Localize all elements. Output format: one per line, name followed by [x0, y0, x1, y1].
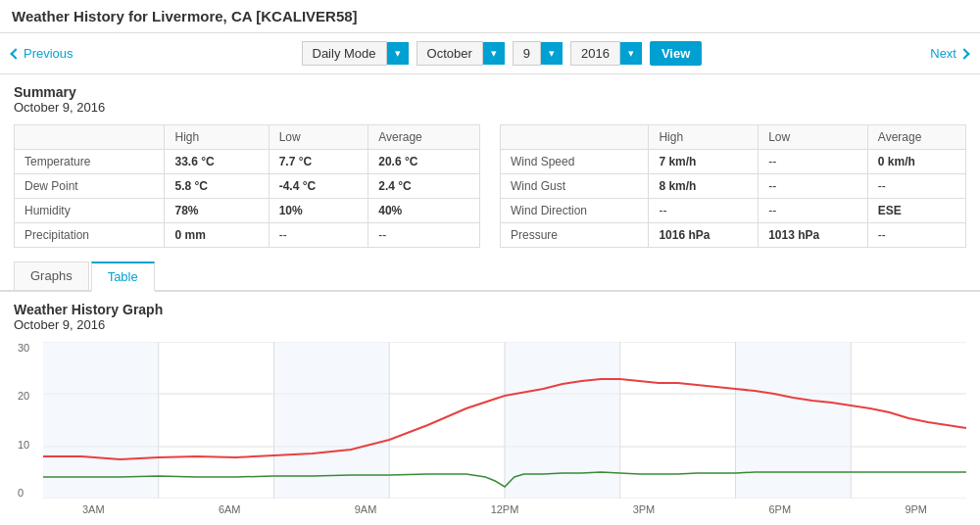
row-avg: ESE: [867, 199, 965, 223]
svg-rect-8: [736, 342, 852, 499]
row-high: 8 km/h: [649, 174, 759, 199]
summary-section: Summary October 9, 2016: [0, 74, 980, 120]
svg-rect-5: [43, 342, 159, 499]
y-axis-labels: 30 20 10 0: [14, 342, 33, 499]
graph-date: October 9, 2016: [14, 317, 966, 332]
left-data-table: High Low Average Temperature 33.6 °C 7.7…: [14, 124, 480, 248]
month-select-group: October ▾: [416, 41, 505, 66]
x-label-9pm: 9PM: [905, 503, 927, 515]
row-low: --: [269, 223, 368, 248]
summary-title: Summary: [14, 84, 966, 100]
table-row: Wind Gust 8 km/h -- --: [501, 174, 966, 199]
chevron-right-icon: [958, 48, 969, 59]
x-label-6am: 6AM: [219, 503, 241, 515]
data-tables: High Low Average Temperature 33.6 °C 7.7…: [0, 120, 980, 258]
row-label: Wind Direction: [501, 199, 649, 223]
y-label-30: 30: [18, 342, 29, 354]
row-label: Wind Speed: [501, 150, 649, 174]
row-low: -4.4 °C: [269, 174, 368, 199]
y-label-10: 10: [18, 439, 29, 451]
row-label: Precipitation: [15, 223, 165, 248]
y-label-0: 0: [18, 487, 29, 499]
row-label: Humidity: [15, 199, 165, 223]
chevron-left-icon: [10, 48, 21, 59]
row-avg: 40%: [368, 199, 480, 223]
row-high: 0 mm: [165, 223, 269, 248]
year-select-button[interactable]: 2016: [570, 41, 620, 66]
row-avg: 0 km/h: [867, 150, 965, 174]
month-dropdown-arrow[interactable]: ▾: [483, 42, 505, 65]
row-avg: --: [867, 174, 965, 199]
year-select-group: 2016 ▾: [570, 41, 642, 66]
mode-dropdown-arrow[interactable]: ▾: [387, 42, 409, 65]
tab-bar: GraphsTable: [0, 262, 980, 292]
x-label-9am: 9AM: [355, 503, 377, 515]
right-col-low: Low: [759, 125, 868, 150]
next-label: Next: [930, 46, 956, 61]
row-low: --: [759, 199, 868, 223]
row-avg: --: [867, 223, 965, 248]
next-button[interactable]: Next: [930, 46, 968, 61]
left-col-label: [15, 125, 165, 150]
row-avg: --: [368, 223, 480, 248]
left-col-low: Low: [269, 125, 368, 150]
row-high: 1016 hPa: [649, 223, 759, 248]
row-label: Pressure: [501, 223, 649, 248]
page-title: Weather History for Livermore, CA [KCALI…: [12, 8, 358, 24]
x-label-6pm: 6PM: [769, 503, 792, 515]
mode-select-button[interactable]: Daily Mode: [302, 41, 387, 66]
table-row: Precipitation 0 mm -- --: [15, 223, 480, 248]
previous-label: Previous: [24, 46, 74, 61]
x-axis-labels: 3AM 6AM 9AM 12PM 3PM 6PM 9PM: [43, 503, 966, 515]
row-high: 33.6 °C: [165, 150, 269, 174]
weather-chart: [43, 342, 966, 499]
row-low: 1013 hPa: [759, 223, 868, 248]
table-row: Wind Speed 7 km/h -- 0 km/h: [501, 150, 966, 174]
table-row: Temperature 33.6 °C 7.7 °C 20.6 °C: [15, 150, 480, 174]
view-button[interactable]: View: [650, 41, 702, 66]
page-header: Weather History for Livermore, CA [KCALI…: [0, 0, 980, 33]
day-select-group: 9 ▾: [513, 41, 563, 66]
left-col-avg: Average: [368, 125, 480, 150]
graph-section: Weather History Graph October 9, 2016 30…: [0, 292, 980, 518]
day-dropdown-arrow[interactable]: ▾: [541, 42, 563, 65]
left-col-high: High: [165, 125, 269, 150]
graph-title: Weather History Graph: [14, 302, 966, 317]
x-label-12pm: 12PM: [491, 503, 519, 515]
right-data-table: High Low Average Wind Speed 7 km/h -- 0 …: [500, 124, 966, 248]
month-select-button[interactable]: October: [416, 41, 483, 66]
table-row: Humidity 78% 10% 40%: [15, 199, 480, 223]
row-high: 7 km/h: [649, 150, 759, 174]
x-label-3am: 3AM: [82, 503, 105, 515]
tab-graphs[interactable]: Graphs: [14, 262, 89, 290]
right-col-avg: Average: [867, 125, 965, 150]
row-low: 10%: [269, 199, 368, 223]
row-avg: 2.4 °C: [368, 174, 480, 199]
row-low: --: [759, 150, 868, 174]
row-low: --: [759, 174, 868, 199]
row-avg: 20.6 °C: [368, 150, 480, 174]
right-col-high: High: [649, 125, 759, 150]
row-high: --: [649, 199, 759, 223]
row-low: 7.7 °C: [269, 150, 368, 174]
chart-container: 30 20 10 0: [14, 342, 966, 518]
tab-table[interactable]: Table: [91, 262, 155, 292]
row-high: 78%: [165, 199, 269, 223]
navigation-bar: Previous Daily Mode ▾ October ▾ 9 ▾ 2016…: [0, 33, 980, 74]
right-col-label: [501, 125, 649, 150]
table-row: Wind Direction -- -- ESE: [501, 199, 966, 223]
year-dropdown-arrow[interactable]: ▾: [620, 42, 642, 65]
table-row: Dew Point 5.8 °C -4.4 °C 2.4 °C: [15, 174, 480, 199]
row-label: Wind Gust: [501, 174, 649, 199]
summary-date: October 9, 2016: [14, 100, 966, 115]
row-high: 5.8 °C: [165, 174, 269, 199]
row-label: Temperature: [15, 150, 165, 174]
mode-select-group: Daily Mode ▾: [302, 41, 409, 66]
y-label-20: 20: [18, 390, 29, 402]
previous-button[interactable]: Previous: [12, 46, 74, 61]
x-label-3pm: 3PM: [633, 503, 656, 515]
table-row: Pressure 1016 hPa 1013 hPa --: [501, 223, 966, 248]
row-label: Dew Point: [15, 174, 165, 199]
day-select-button[interactable]: 9: [513, 41, 541, 66]
